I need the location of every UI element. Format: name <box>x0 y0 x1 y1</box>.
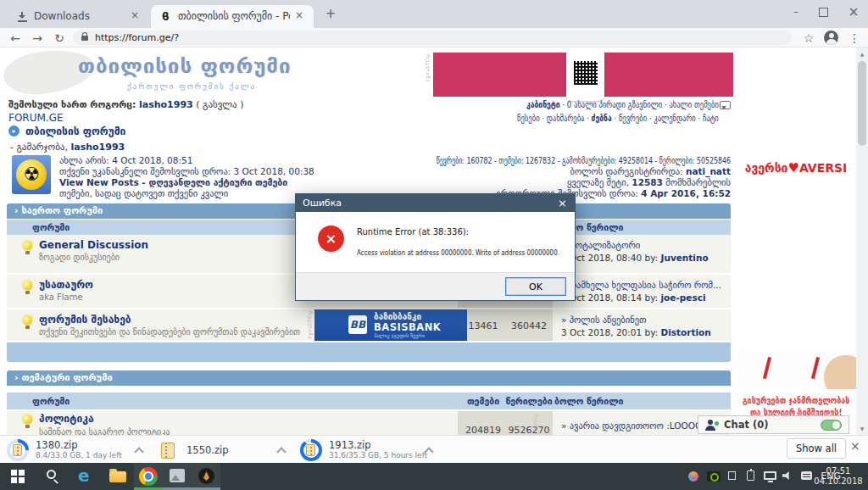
tab-downloads[interactable]: Downloads <box>7 5 149 28</box>
nav-links-text[interactable]: · წევრები · კალენდარი · ჩატი <box>615 113 719 124</box>
last-post-user[interactable]: Juventino <box>661 253 709 263</box>
last-topic-link[interactable]: » ავარია დავდგითოოო :LOOOOL: <box>561 420 710 431</box>
nav-links-text[interactable]: · 0 ახალი პირადი გზავნილი · ახალი თემები <box>563 99 719 110</box>
tray-square-icon[interactable] <box>728 471 736 480</box>
forum-description: თქვენი შეკითხვები და წინადადებები ფორუმთ… <box>39 327 300 337</box>
forum-favicon-icon <box>162 10 169 23</box>
start-button[interactable] <box>3 463 32 490</box>
section-header-thematic[interactable]: › თემატური ფორუმი <box>7 370 731 386</box>
site-name[interactable]: FORUM.GE <box>8 112 64 124</box>
taskbar-edge-button[interactable] <box>71 463 100 490</box>
my-topics-link[interactable]: თემები, სადაც დატოვეთ თქვენი კვალი <box>59 188 228 198</box>
last-post-user[interactable]: joe-pesci <box>661 292 706 303</box>
download-icon <box>18 12 27 22</box>
download-item[interactable]: 1550.zip <box>158 438 287 462</box>
link-search[interactable]: ძებნა <box>592 113 612 124</box>
reload-button[interactable] <box>51 30 68 47</box>
posts-count: 360442 <box>505 320 553 331</box>
ok-button[interactable]: OK <box>505 277 566 296</box>
aversi-slogan-line1: გისურვებთ ჯანმრთელობას <box>736 396 856 405</box>
clock-date: 04.10.2018 <box>814 476 862 486</box>
forum-link[interactable]: პოლიტიკა <box>39 413 94 425</box>
pharmacist-shoulder-graphic <box>824 355 856 389</box>
forum-description: aka Flame <box>39 292 83 302</box>
nav-links-text[interactable]: წესები · დახმარება · <box>517 113 589 124</box>
col-last-post: ბოლო წერილი <box>554 393 623 409</box>
view-new-posts-link[interactable]: View New Posts - დღევანდელი აქტიური თემე… <box>59 177 287 187</box>
volume-icon[interactable] <box>782 471 792 480</box>
chat-toggle[interactable] <box>821 420 842 431</box>
taskbar-app-button[interactable] <box>163 463 192 490</box>
browser-menu-icon[interactable] <box>846 30 863 47</box>
new-tab-button[interactable] <box>324 7 337 20</box>
window-restore-button[interactable] <box>809 0 837 24</box>
forum-link[interactable]: General Discussion <box>39 239 148 251</box>
aversi-logo-en: AVERSI <box>799 161 847 175</box>
close-icon[interactable] <box>293 9 305 21</box>
window-close-button[interactable] <box>839 0 868 24</box>
close-icon[interactable] <box>129 9 141 21</box>
chevron-up-icon[interactable] <box>276 447 286 456</box>
last-post-user[interactable]: Distortion <box>661 327 711 337</box>
chat-widget[interactable]: Chat (0) <box>698 415 849 434</box>
show-all-button[interactable]: Show all <box>787 438 846 459</box>
tray-app-icon[interactable] <box>688 471 698 482</box>
download-filename[interactable]: 1380.zip <box>36 439 77 451</box>
newest-username[interactable]: nati_natt <box>686 166 731 176</box>
chat-label[interactable]: Chat (0) <box>724 419 768 431</box>
stat-last-visit: თქვენი უკანასკნელი შემოსვლის დროა: 3 Oct… <box>59 166 314 176</box>
ad-label: რეკლამა <box>426 54 431 83</box>
search-icon <box>47 470 56 479</box>
tab-forum-active[interactable]: თბილისის ფორუმი - Powere <box>151 5 314 28</box>
last-topic-link[interactable]: » პოლის აწყებინეთ <box>561 315 646 325</box>
link-cabinet[interactable]: კაბინეტი <box>526 99 560 110</box>
forum-link[interactable]: ფორუმის შესახებ <box>39 314 131 326</box>
address-bar[interactable]: https://forum.ge/? <box>73 31 792 45</box>
download-filename[interactable]: 1550.zip <box>186 444 228 456</box>
clock-time: 07:51 <box>826 466 851 476</box>
download-filename[interactable]: 1913.zip <box>329 439 370 451</box>
dialog-footer: OK <box>296 272 575 300</box>
back-button[interactable] <box>7 30 24 47</box>
breadcrumb[interactable]: თბილისის ფორუმი <box>25 125 125 137</box>
nvidia-tray-icon[interactable] <box>707 471 721 482</box>
taskbar-search-button[interactable] <box>37 463 66 490</box>
page-scrollbar[interactable] <box>856 47 868 435</box>
section-title[interactable]: საერთო ფორუმი <box>21 205 103 216</box>
download-progress-text: 31.6/35.3 GB, 5 hours left <box>329 451 427 459</box>
download-item[interactable]: 1380.zip 8.4/33.0 GB, 1 day left <box>7 438 144 462</box>
display-tray-icon[interactable] <box>764 471 776 480</box>
taskbar-app-button[interactable] <box>192 463 220 490</box>
window-minimize-button[interactable] <box>782 0 810 24</box>
bookmark-star-icon[interactable] <box>800 30 817 47</box>
basisbank-ad[interactable]: BB ბაზისბანკი BASISBANK ჰალიკ ჯგუფის წევ… <box>314 309 467 341</box>
dialog-close-icon[interactable] <box>558 194 567 212</box>
url-text[interactable]: https://forum.ge/? <box>95 32 179 43</box>
taskbar-chrome-button[interactable] <box>134 463 163 490</box>
forum-logo[interactable]: თბილისის ფორუმი <box>78 54 292 78</box>
chevron-icon: › <box>14 372 19 383</box>
scrollbar-thumb[interactable] <box>858 61 866 146</box>
scroll-down-icon[interactable] <box>856 422 868 435</box>
usb-tray-icon[interactable] <box>747 471 754 481</box>
section-title[interactable]: თემატური ფორუმი <box>21 372 112 383</box>
login-username[interactable]: lasho1993 <box>139 99 193 110</box>
taskbar-explorer-button[interactable] <box>103 463 132 490</box>
record-text-a: ყველაზე მეტი, <box>567 177 629 187</box>
notifications-icon[interactable] <box>801 471 812 480</box>
error-message-line2: Access violation at address 00000000. Wr… <box>357 248 627 257</box>
logout-link[interactable]: ( გასვლა ) <box>196 99 243 110</box>
chevron-up-icon[interactable] <box>134 447 143 456</box>
dialog-titlebar[interactable]: Ошибка <box>296 194 575 212</box>
shelf-close-icon[interactable] <box>850 439 860 453</box>
profile-avatar[interactable] <box>824 31 838 45</box>
messages-bubble-icon[interactable] <box>720 101 731 109</box>
taskbar-clock[interactable]: 07:5104.10.2018 <box>812 466 865 487</box>
scroll-up-icon[interactable] <box>856 47 868 60</box>
last-topic-link[interactable]: » რამხელა ხელფასია საჭირო რომ... <box>561 280 721 290</box>
download-item[interactable]: 1913.zip 31.6/35.3 GB, 5 hours left <box>300 438 434 462</box>
greeting-username[interactable]: lasho1993 <box>70 142 125 153</box>
forum-link[interactable]: უსათაურო <box>39 279 93 291</box>
forward-button[interactable] <box>29 30 46 47</box>
aversi-ad[interactable]: ავერსი♥AVERSI გისურვებთ ჯანმრთელობას და … <box>736 157 856 433</box>
